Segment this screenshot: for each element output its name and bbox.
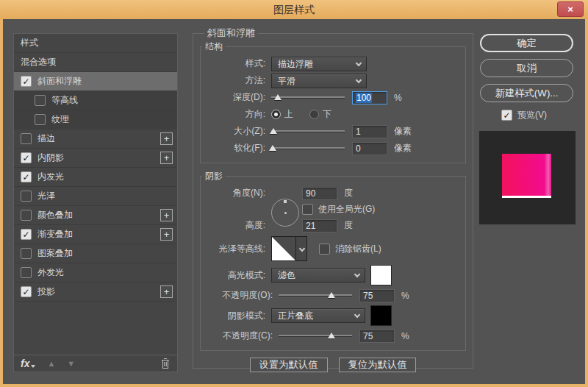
antialias-label: 消除锯齿(L) bbox=[335, 243, 381, 255]
add-effect-instance-button[interactable]: + bbox=[160, 209, 173, 221]
add-effect-instance-button[interactable]: + bbox=[160, 152, 173, 164]
gloss-contour-row: 光泽等高线: 消除锯齿(L) bbox=[202, 234, 461, 263]
depth-unit: % bbox=[394, 93, 402, 103]
chevron-down-icon bbox=[299, 246, 305, 252]
sidebar-item-contour[interactable]: 等高线 bbox=[14, 91, 177, 110]
direction-up-radio[interactable] bbox=[271, 110, 281, 119]
technique-value: 平滑 bbox=[278, 76, 295, 86]
highlight-mode-value: 滤色 bbox=[278, 270, 295, 280]
global-light-checkbox-row[interactable]: 使用全局光(G) bbox=[302, 203, 375, 216]
checkbox-unchecked-icon[interactable] bbox=[21, 133, 32, 144]
size-slider[interactable] bbox=[271, 130, 345, 132]
soften-slider-thumb[interactable] bbox=[269, 145, 276, 151]
altitude-input[interactable]: 21 bbox=[302, 219, 337, 232]
sidebar-item-drop-shadow[interactable]: ✓ 投影 + bbox=[14, 283, 177, 302]
shadow-mode-value: 正片叠底 bbox=[278, 310, 313, 321]
new-style-button[interactable]: 新建样式(W)... bbox=[480, 84, 573, 102]
soften-input[interactable]: 0 bbox=[352, 142, 387, 155]
angle-label: 角度(N): bbox=[202, 187, 265, 199]
checkbox-checked-icon[interactable]: ✓ bbox=[21, 76, 32, 87]
contour-thumbnail-icon[interactable] bbox=[271, 236, 296, 261]
angle-dial[interactable] bbox=[271, 199, 299, 227]
checkbox-unchecked-icon[interactable] bbox=[21, 210, 32, 221]
add-effect-instance-button[interactable]: + bbox=[160, 132, 173, 145]
shadow-opacity-input[interactable]: 75 bbox=[359, 330, 395, 343]
angle-value: 90 bbox=[306, 188, 315, 199]
move-effect-down-button[interactable]: ▼ bbox=[67, 359, 75, 368]
technique-dropdown[interactable]: 平滑 bbox=[271, 74, 367, 88]
make-default-button[interactable]: 设置为默认值 bbox=[250, 358, 328, 372]
sidebar-item-styles[interactable]: 样式 bbox=[14, 34, 177, 53]
depth-slider-thumb[interactable] bbox=[274, 94, 282, 100]
direction-down-radio[interactable] bbox=[309, 110, 319, 119]
checkbox-unchecked-icon[interactable] bbox=[319, 244, 330, 255]
shadow-mode-dropdown[interactable]: 正片叠底 bbox=[271, 308, 365, 323]
sidebar-item-label: 外发光 bbox=[37, 266, 64, 279]
size-input[interactable]: 1 bbox=[352, 125, 387, 138]
antialias-checkbox-row[interactable]: 消除锯齿(L) bbox=[319, 243, 381, 255]
shadow-opacity-slider[interactable] bbox=[279, 335, 352, 337]
contour-dropdown-button[interactable] bbox=[296, 236, 307, 261]
shadow-color-swatch[interactable] bbox=[370, 305, 392, 326]
depth-slider[interactable] bbox=[271, 96, 345, 99]
sidebar-item-pattern-overlay[interactable]: 图案叠加 bbox=[14, 244, 177, 263]
highlight-opacity-input[interactable]: 75 bbox=[359, 289, 395, 302]
soften-slider[interactable] bbox=[271, 147, 345, 149]
sidebar-item-label: 纹理 bbox=[51, 113, 69, 126]
sidebar-item-gradient-overlay[interactable]: ✓ 渐变叠加 + bbox=[14, 225, 177, 244]
highlight-color-swatch[interactable] bbox=[370, 265, 392, 285]
sidebar-item-label: 颜色叠加 bbox=[37, 209, 73, 221]
highlight-mode-dropdown[interactable]: 滤色 bbox=[271, 268, 365, 283]
title-bar[interactable]: 图层样式 × bbox=[0, 0, 588, 19]
sidebar-item-texture[interactable]: 纹理 bbox=[14, 110, 177, 129]
sidebar-item-inner-shadow[interactable]: ✓ 内阴影 + bbox=[14, 149, 177, 168]
depth-input[interactable]: 100 bbox=[352, 91, 387, 104]
add-effect-instance-button[interactable]: + bbox=[160, 285, 173, 298]
style-dropdown[interactable]: 描边浮雕 bbox=[271, 57, 367, 71]
depth-row: 深度(D): 100 % bbox=[202, 89, 461, 106]
checkbox-checked-icon[interactable]: ✓ bbox=[21, 286, 32, 297]
soften-label: 软化(F): bbox=[202, 142, 265, 155]
shadow-opacity-thumb[interactable] bbox=[328, 333, 335, 338]
sidebar-item-satin[interactable]: 光泽 bbox=[14, 187, 177, 206]
close-button[interactable]: × bbox=[557, 1, 584, 17]
checkbox-checked-icon[interactable]: ✓ bbox=[21, 152, 32, 163]
angle-input[interactable]: 90 bbox=[302, 187, 337, 200]
gloss-contour-label: 光泽等高线: bbox=[202, 243, 265, 255]
cancel-button[interactable]: 取消 bbox=[480, 59, 573, 77]
checkbox-checked-icon[interactable]: ✓ bbox=[501, 110, 512, 121]
shadow-opacity-row: 不透明度(C): 75 % bbox=[202, 327, 461, 344]
move-effect-up-button[interactable]: ▲ bbox=[47, 359, 55, 368]
checkbox-unchecked-icon[interactable] bbox=[302, 204, 313, 215]
sidebar-item-blending-options[interactable]: 混合选项 bbox=[14, 53, 177, 72]
preview-checkbox-row[interactable]: ✓ 预览(V) bbox=[501, 109, 547, 121]
checkbox-checked-icon[interactable]: ✓ bbox=[21, 229, 32, 240]
direction-down-label: 下 bbox=[323, 108, 331, 121]
delete-effect-button[interactable] bbox=[160, 358, 171, 369]
checkbox-unchecked-icon[interactable] bbox=[21, 248, 32, 259]
highlight-opacity-row: 不透明度(O): 75 % bbox=[202, 287, 461, 304]
highlight-opacity-thumb[interactable] bbox=[328, 292, 335, 298]
checkbox-checked-icon[interactable]: ✓ bbox=[21, 171, 32, 182]
sidebar-item-inner-glow[interactable]: ✓ 内发光 bbox=[14, 168, 177, 187]
sidebar-item-label: 内阴影 bbox=[37, 152, 64, 164]
add-effect-instance-button[interactable]: + bbox=[160, 228, 173, 241]
ok-button[interactable]: 确定 bbox=[480, 34, 573, 52]
sidebar-item-bevel-emboss[interactable]: ✓ 斜面和浮雕 bbox=[14, 72, 177, 91]
sidebar-item-label: 渐变叠加 bbox=[37, 228, 73, 241]
sidebar-footer: fx ▲ ▼ bbox=[14, 355, 177, 372]
sidebar-item-label: 混合选项 bbox=[21, 56, 56, 68]
checkbox-unchecked-icon[interactable] bbox=[21, 191, 32, 202]
highlight-opacity-slider[interactable] bbox=[279, 294, 352, 297]
checkbox-unchecked-icon[interactable] bbox=[35, 95, 46, 106]
fx-menu-button[interactable]: fx bbox=[21, 358, 29, 369]
gloss-contour-picker[interactable] bbox=[271, 236, 307, 261]
sidebar-item-color-overlay[interactable]: 颜色叠加 + bbox=[14, 206, 177, 225]
checkbox-unchecked-icon[interactable] bbox=[35, 114, 46, 125]
reset-default-button[interactable]: 复位为默认值 bbox=[339, 358, 417, 372]
size-slider-thumb[interactable] bbox=[270, 128, 277, 134]
checkbox-unchecked-icon[interactable] bbox=[21, 267, 32, 278]
sidebar-item-outer-glow[interactable]: 外发光 bbox=[14, 263, 177, 283]
soften-unit: 像素 bbox=[394, 142, 412, 155]
sidebar-item-stroke[interactable]: 描边 + bbox=[14, 129, 177, 149]
